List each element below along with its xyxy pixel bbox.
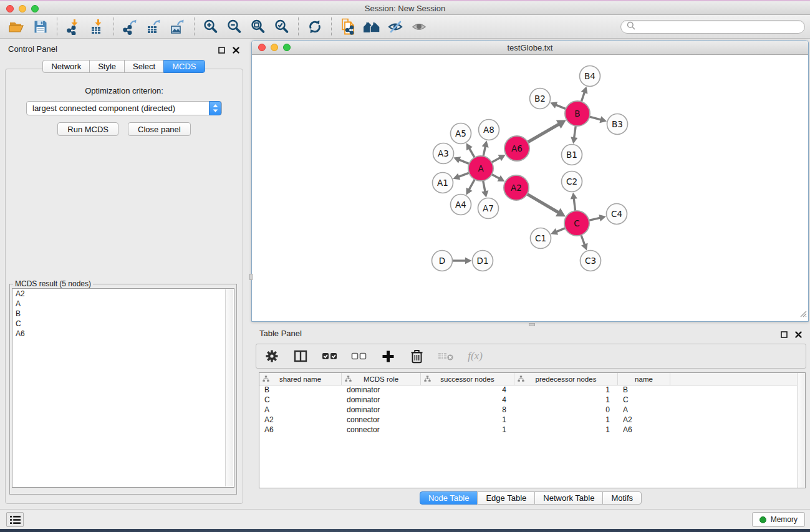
graph-node-C4[interactable]: C4 <box>607 204 627 225</box>
export-table-icon[interactable] <box>142 17 166 36</box>
table-settings-icon[interactable] <box>264 347 280 365</box>
table-cell[interactable]: connector <box>342 425 421 435</box>
table-cell[interactable]: C <box>618 395 670 405</box>
table-cell[interactable]: A6 <box>259 425 342 435</box>
mcds-result-item[interactable]: C <box>12 319 234 329</box>
graph-node-D1[interactable]: D1 <box>473 251 493 271</box>
table-cell[interactable]: B <box>618 385 670 395</box>
graph-edge-D-D1[interactable] <box>453 257 472 264</box>
task-history-button[interactable] <box>6 512 24 527</box>
table-scrollbar[interactable] <box>797 373 805 488</box>
tab-style[interactable]: Style <box>89 60 125 73</box>
home-icon[interactable] <box>360 17 383 36</box>
tab-network[interactable]: Network <box>42 60 90 73</box>
table-cell[interactable]: A2 <box>618 415 670 425</box>
column-header-shared-name[interactable]: shared name <box>259 373 342 385</box>
graph-node-D[interactable]: D <box>432 251 453 271</box>
graph-edge-A-A5[interactable] <box>466 143 475 157</box>
table-row[interactable]: A6connector11A6 <box>259 425 805 435</box>
network-window-titlebar[interactable]: testGlobe.txt <box>252 41 808 55</box>
mcds-result-item[interactable]: B <box>12 309 234 319</box>
table-cell[interactable]: 1 <box>514 385 618 395</box>
tab-select[interactable]: Select <box>124 60 164 73</box>
table-cell[interactable]: A <box>618 405 670 415</box>
graph-node-A6[interactable]: A6 <box>504 136 529 161</box>
table-cell[interactable]: 1 <box>514 415 618 425</box>
graph-node-B3[interactable]: B3 <box>607 114 628 135</box>
graph-edge-B-B3[interactable] <box>589 116 607 123</box>
import-table-icon[interactable] <box>85 17 109 36</box>
tab-edge-table[interactable]: Edge Table <box>477 491 535 505</box>
tab-motifs[interactable]: Motifs <box>602 491 642 505</box>
graph-node-A[interactable]: A <box>468 156 493 181</box>
tab-node-table[interactable]: Node Table <box>420 491 478 505</box>
hide-columns-icon[interactable] <box>350 347 367 365</box>
graph-node-B2[interactable]: B2 <box>530 89 551 109</box>
tab-network-table[interactable]: Network Table <box>534 491 603 505</box>
graph-node-A4[interactable]: A4 <box>451 195 471 215</box>
graph-node-B1[interactable]: B1 <box>562 145 582 165</box>
search-input[interactable] <box>639 22 799 31</box>
table-cell[interactable]: 8 <box>421 405 514 415</box>
graph-node-A2[interactable]: A2 <box>504 175 529 200</box>
table-cell[interactable]: A <box>259 405 342 415</box>
graph-node-A3[interactable]: A3 <box>433 143 454 164</box>
close-panel-icon[interactable] <box>795 329 802 341</box>
table-cell[interactable]: C <box>259 395 342 405</box>
graph-node-A5[interactable]: A5 <box>451 123 471 144</box>
save-session-icon[interactable] <box>29 17 52 36</box>
graph-node-C[interactable]: C <box>564 211 589 236</box>
graph-edge-A2-C[interactable] <box>527 194 566 216</box>
table-cell[interactable]: dominator <box>342 395 421 405</box>
table-cell[interactable]: 1 <box>421 425 514 435</box>
split-panel-icon[interactable] <box>292 347 309 365</box>
zoom-out-icon[interactable] <box>223 17 246 36</box>
graph-node-A7[interactable]: A7 <box>478 198 499 219</box>
result-scrollbar[interactable] <box>225 289 233 486</box>
mcds-result-item[interactable]: A6 <box>12 329 234 339</box>
export-image-icon[interactable] <box>166 17 190 36</box>
graph-node-C1[interactable]: C1 <box>531 228 551 249</box>
column-header-successor-nodes[interactable]: successor nodes <box>421 373 514 385</box>
table-cell[interactable]: dominator <box>342 405 421 415</box>
graph-edge-B-B4[interactable] <box>581 87 588 102</box>
graph-edge-A-A4[interactable] <box>466 180 475 195</box>
resize-grip-icon[interactable] <box>799 309 807 320</box>
mcds-result-item[interactable]: A <box>12 299 234 309</box>
graph-node-C3[interactable]: C3 <box>581 251 601 271</box>
graph-node-A8[interactable]: A8 <box>479 120 499 140</box>
graph-edge-A-A2[interactable] <box>492 175 505 181</box>
network-canvas[interactable]: B4B2BB3A5A8A6A3AB1A1A2C2A4A7C4CC1C3DD1 <box>252 56 808 321</box>
mcds-result-list[interactable]: A2ABCA6 <box>12 288 234 488</box>
graph-node-B[interactable]: B <box>565 101 590 126</box>
zoom-in-icon[interactable] <box>199 17 223 36</box>
graph-edge-A-A8[interactable] <box>482 140 489 156</box>
table-row[interactable]: A2connector11A2 <box>259 415 805 425</box>
column-header-predecessor-nodes[interactable]: predecessor nodes <box>514 373 618 385</box>
float-panel-icon[interactable] <box>218 45 225 56</box>
export-network-icon[interactable] <box>118 17 142 36</box>
graph-edge-C-C3[interactable] <box>581 235 588 251</box>
network-graph[interactable]: B4B2BB3A5A8A6A3AB1A1A2C2A4A7C4CC1C3DD1 <box>252 56 808 321</box>
graph-edge-A-A3[interactable] <box>453 157 469 163</box>
table-cell[interactable]: 1 <box>514 425 618 435</box>
table-row[interactable]: Adominator80A <box>259 405 805 415</box>
memory-button[interactable]: Memory <box>752 512 805 527</box>
zoom-fit-icon[interactable] <box>246 17 270 36</box>
show-details-icon[interactable] <box>407 17 431 36</box>
table-cell[interactable]: 0 <box>514 405 618 415</box>
graph-node-B4[interactable]: B4 <box>580 66 600 87</box>
table-cell[interactable]: connector <box>342 415 421 425</box>
table-cell[interactable]: 1 <box>421 415 514 425</box>
graph-edge-C-C4[interactable] <box>589 215 605 221</box>
delete-column-icon[interactable] <box>408 347 425 365</box>
splitter-handle-vertical[interactable] <box>249 274 253 280</box>
close-panel-icon[interactable] <box>233 45 239 56</box>
graph-node-C2[interactable]: C2 <box>562 172 582 192</box>
table-cell[interactable]: dominator <box>342 385 421 395</box>
graph-edge-A6-B[interactable] <box>528 120 566 142</box>
search-box[interactable] <box>620 20 805 34</box>
share-document-icon[interactable] <box>336 17 360 36</box>
mcds-result-item[interactable]: A2 <box>12 289 234 299</box>
graph-edge-C-C1[interactable] <box>551 228 565 235</box>
